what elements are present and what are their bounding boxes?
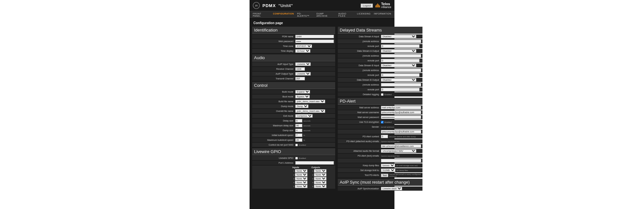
mail-user-label: Mail server username	[339, 111, 381, 114]
storage-limit-select[interactable]: 512MB	[381, 168, 395, 172]
web-password-label: Web password	[253, 40, 295, 43]
stream-b-in-addr[interactable]	[381, 68, 421, 72]
gpio-output-2[interactable]: None	[314, 173, 327, 177]
build-mode-label: Build mode	[253, 91, 295, 93]
stream-a-out-addr[interactable]	[381, 54, 421, 58]
transmit-channel-label: Transmit Channel	[253, 77, 295, 80]
boot-mode-select[interactable]: Bypass	[295, 95, 310, 98]
gpio-output-5[interactable]: None	[314, 185, 327, 188]
pct-unit: %	[303, 134, 305, 136]
gpio-input-1[interactable]: None	[295, 169, 308, 173]
dump-size-input[interactable]	[295, 129, 302, 132]
net-port-label: Control via net port 5443	[253, 144, 295, 146]
keep-dump-hint: (or until storage runs out)	[396, 165, 418, 167]
gpio-output-3[interactable]: None	[314, 177, 327, 180]
nav-front-panel[interactable]: FRONT PANEL	[253, 13, 270, 17]
exit-mode-select[interactable]: Compress	[295, 114, 313, 118]
net-port-checkbox[interactable]	[295, 144, 298, 146]
init-speed-input[interactable]	[295, 133, 302, 137]
right-column: Delayed Data Streams Data Stream A Input…	[338, 26, 422, 206]
section-delayed: Delayed Data Streams	[338, 27, 422, 34]
gpio-output-1[interactable]: None	[314, 169, 327, 173]
stream-a-in-addr[interactable]	[381, 40, 421, 43]
detailed-log-label: Detailed logging	[339, 93, 381, 96]
nav-dump-archive[interactable]: DUMP ARCHIVE	[317, 13, 335, 17]
logout-button[interactable]: Logout	[361, 4, 373, 8]
time-display-select[interactable]: 12-hour	[295, 49, 310, 53]
section-pdalert: PD-Alert	[338, 98, 422, 105]
stream-a-in-select[interactable]: Disabled	[381, 35, 416, 38]
stream-b-in-port[interactable]	[381, 73, 420, 77]
exit-mode-label: Exit mode	[253, 115, 295, 117]
detailed-log-checkbox[interactable]	[381, 93, 384, 96]
dump-mode-select[interactable]: Dump	[295, 104, 308, 108]
transmit-channel-input[interactable]	[295, 77, 305, 80]
context-label: PD-Alert context	[339, 135, 381, 138]
tls-checkbox[interactable]	[381, 121, 384, 123]
max-speed-input[interactable]	[295, 138, 302, 142]
time-zone-select[interactable]: EST/EDT	[295, 44, 312, 48]
context-unit: seconds before and after dump	[389, 136, 416, 138]
test-hint: (sends test email to every configured ad…	[389, 173, 421, 177]
mail-server-input[interactable]	[381, 106, 421, 109]
init-speed-label: Initial build/exit speed	[253, 134, 295, 137]
nav-configuration[interactable]: CONFIGURATION	[273, 13, 294, 17]
gpio-input-5[interactable]: None	[295, 185, 308, 188]
build-file-select[interactable]: pdm_demo_insert.wav	[295, 100, 325, 103]
gpio-output-4[interactable]: None	[314, 181, 327, 184]
aoip-sync-label: AoIP Synchronization	[339, 187, 381, 190]
stream-b-in-select[interactable]: Disabled	[381, 64, 416, 67]
delay-size-input[interactable]	[295, 119, 302, 123]
sender-input[interactable]	[381, 130, 421, 133]
mail-server-label: Mail server address	[339, 106, 381, 109]
lw-gpio-checkbox[interactable]	[295, 157, 298, 159]
test-label: Test PD-Alerts	[339, 174, 381, 177]
stream-b-out-select[interactable]: Disabled	[381, 78, 416, 82]
mail-user-input[interactable]	[381, 111, 421, 114]
gpio-input-4[interactable]: None	[295, 181, 308, 184]
remote-addr-label: (remote address	[339, 84, 381, 86]
port1-input[interactable]	[295, 161, 334, 165]
audio-fmt-select[interactable]: Uncompressed WAV	[381, 149, 416, 153]
stream-a-out-select[interactable]: Disabled	[381, 49, 416, 53]
port1-label: Port 1 Address	[253, 162, 295, 164]
text-emails-input[interactable]	[381, 159, 421, 162]
enabled-text: Enabled	[384, 121, 392, 123]
nav-audio-files[interactable]: AUDIO FILES	[338, 13, 354, 17]
audio-emails-input[interactable]	[381, 144, 421, 148]
stream-b-out-addr[interactable]	[381, 83, 421, 86]
time-zone-label: Time zone	[253, 45, 295, 48]
page-title: Configuration page	[250, 19, 394, 26]
aoip-output-type-select[interactable]: Livewire	[295, 72, 311, 76]
pdm-name-input[interactable]	[295, 35, 334, 38]
unit-name: "Unit4"	[279, 3, 293, 8]
gpio-input-2[interactable]: None	[295, 173, 308, 177]
aoip-sync-select[interactable]: Livewire slave	[381, 187, 402, 190]
overkill-file-select[interactable]: pdm_demo_insert.wav	[295, 109, 325, 113]
lw-gpio-label: Livewire GPIO	[253, 157, 295, 159]
test-button[interactable]: Test	[381, 174, 388, 177]
context-input[interactable]	[381, 135, 388, 138]
nav-licensing[interactable]: LICENSING	[357, 13, 371, 17]
nav-pd-alerts[interactable]: PD-ALERTS™	[297, 13, 313, 17]
app-title: PDMX	[262, 3, 276, 8]
remote-port-label: remote port	[339, 45, 381, 48]
delay-size-label: Delay size	[253, 120, 295, 122]
stream-a-in-port[interactable]	[381, 44, 420, 48]
max-delay-size-input[interactable]	[295, 124, 302, 127]
max-speed-label: Maximum build/exit speed	[253, 139, 295, 141]
mail-pass-input[interactable]	[381, 115, 421, 119]
build-mode-select[interactable]: Expand	[295, 90, 310, 94]
keep-dump-select[interactable]: forever	[381, 164, 395, 167]
stream-b-out-port[interactable]	[381, 88, 420, 91]
web-password-input[interactable]	[295, 40, 334, 43]
nav-information[interactable]: INFORMATION	[374, 13, 391, 17]
aoip-input-type-select[interactable]: Livewire	[295, 62, 311, 66]
stream-a-out-port[interactable]	[381, 59, 420, 62]
section-control: Control	[252, 82, 335, 89]
receive-channel-input[interactable]	[295, 67, 305, 71]
section-aoip-sync: AoIP Sync (must restart after change)	[338, 179, 422, 186]
gpio-input-3[interactable]: None	[295, 177, 308, 180]
mail-pass-label: Mail server password	[339, 116, 381, 119]
overkill-file-label: Overkill file name	[253, 110, 295, 113]
